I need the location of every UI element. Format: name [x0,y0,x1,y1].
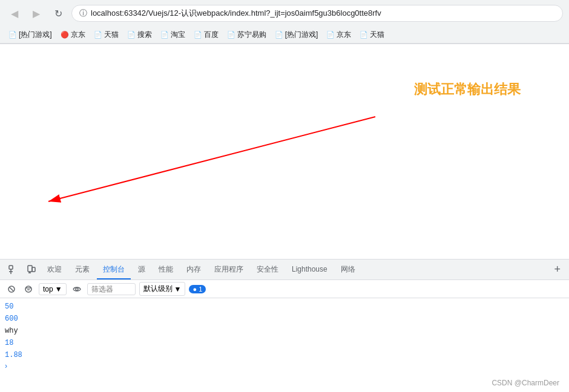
filter-input[interactable] [87,283,136,295]
page-icon: 📄 [8,31,17,39]
context-dropdown[interactable]: top ▼ [39,283,67,295]
bookmark-label: 天猫 [104,30,119,40]
console-line-18[interactable]: 18 [0,337,569,349]
tab-welcome[interactable]: 欢迎 [41,261,68,279]
bookmark-label: 淘宝 [171,30,185,40]
jd-icon: 🔴 [61,31,69,39]
context-value: top [43,285,53,293]
console-output: 50 600 why 18 1.88 › [0,298,569,389]
issue-badge: ● 1 [189,285,206,293]
bookmark-jd-1[interactable]: 🔴 京东 [57,28,89,42]
bookmark-label: [热门游戏] [285,30,318,40]
console-line-50[interactable]: 50 [0,301,569,313]
page-icon: 📄 [94,31,102,39]
tab-lighthouse[interactable]: Lighthouse [286,261,334,278]
page-icon: 📄 [275,31,283,39]
tab-elements[interactable]: 元素 [69,261,96,279]
clear-console-button[interactable] [5,283,18,296]
bookmark-label: 京东 [337,30,351,40]
svg-point-11 [25,286,31,292]
bookmark-label: 天猫 [370,30,384,40]
bookmark-tianmao[interactable]: 📄 天猫 [90,28,122,42]
level-dropdown[interactable]: 默认级别 ▼ [139,282,186,296]
svg-line-0 [48,117,375,201]
bookmark-suning[interactable]: 📄 苏宁易购 [223,28,270,42]
forward-button[interactable]: ▶ [28,5,45,22]
browser-chrome: ◀ ▶ ↻ ⓘ localhost:63342/Vuejs/12-认识webpa… [0,0,569,44]
bookmark-jd-2[interactable]: 📄 京东 [323,28,355,42]
back-button[interactable]: ◀ [6,5,23,22]
bookmark-label: 苏宁易购 [237,30,266,40]
reload-button[interactable]: ↻ [50,5,67,22]
bookmark-hot-games-2[interactable]: 📄 [热门游戏] [271,28,322,42]
console-value: 600 [5,315,18,323]
tab-network[interactable]: 网络 [335,261,361,279]
bookmark-baidu[interactable]: 📄 百度 [190,28,222,42]
annotation-text: 测试正常输出结果 [414,80,521,99]
console-line-600[interactable]: 600 [0,313,569,325]
bookmark-label: [热门游戏] [19,30,52,40]
tab-security[interactable]: 安全性 [251,261,284,279]
device-tool-button[interactable] [23,261,40,278]
page-icon: 📄 [194,31,202,39]
bookmark-label: 搜索 [137,30,152,40]
console-value: why [5,327,18,335]
console-value: 50 [5,302,13,311]
issue-icon: ● [192,286,197,293]
inspect-tool-button[interactable] [5,261,22,278]
url-text: localhost:63342/Vuejs/12-认识webpack/index… [91,8,381,19]
tab-console[interactable]: 控制台 [97,261,131,279]
console-value: 1.88 [5,351,22,359]
console-toolbar: top ▼ 默认级别 ▼ ● 1 [0,280,569,298]
svg-line-10 [10,287,13,291]
address-bar[interactable]: ⓘ localhost:63342/Vuejs/12-认识webpack/ind… [71,5,563,22]
csdn-watermark: CSDN @CharmDeer [492,379,559,387]
nav-bar: ◀ ▶ ↻ ⓘ localhost:63342/Vuejs/12-认识webpa… [0,0,569,27]
prompt-arrow-icon: › [5,362,7,370]
bookmark-label: 百度 [204,30,219,40]
tab-application[interactable]: 应用程序 [208,261,249,279]
devtools-tabs: 欢迎 元素 控制台 源 性能 内存 应用程序 安全性 Lighthouse 网络… [0,260,569,280]
page-icon: 📄 [326,31,335,39]
page-content: 测试正常输出结果 [0,44,569,220]
page-icon: 📄 [160,31,169,39]
svg-rect-2 [9,266,13,269]
level-value: 默认级别 [143,284,173,294]
filter-button[interactable] [22,283,35,296]
console-line-why[interactable]: why [0,325,569,337]
eye-button[interactable] [70,283,84,296]
bookmark-tianmao-2[interactable]: 📄 天猫 [356,28,388,42]
tab-sources[interactable]: 源 [132,261,151,279]
svg-rect-6 [32,267,35,272]
more-tabs-button[interactable]: + [550,262,564,277]
dropdown-arrow-icon: ▼ [55,285,62,293]
console-line-188[interactable]: 1.88 [0,349,569,361]
tab-memory[interactable]: 内存 [180,261,207,279]
bookmark-label: 京东 [71,30,85,40]
tab-performance[interactable]: 性能 [153,261,179,279]
level-dropdown-arrow-icon: ▼ [174,285,182,293]
svg-rect-5 [28,266,32,272]
console-prompt: › [0,361,569,371]
page-icon: 📄 [127,31,136,39]
page-icon: 📄 [227,31,235,39]
devtools-panel: 欢迎 元素 控制台 源 性能 内存 应用程序 安全性 Lighthouse 网络… [0,259,569,392]
page-icon: 📄 [360,31,368,39]
info-icon: ⓘ [79,8,87,19]
arrow-annotation [0,44,569,220]
issue-count: 1 [199,286,202,293]
console-value: 18 [5,339,13,347]
bookmark-taobao[interactable]: 📄 淘宝 [157,28,189,42]
svg-point-14 [76,288,78,290]
bookmark-hot-games-1[interactable]: 📄 [热门游戏] [5,28,56,42]
bookmarks-bar: 📄 [热门游戏] 🔴 京东 📄 天猫 📄 搜索 📄 淘宝 📄 百度 📄 苏宁易购 [0,27,569,44]
bookmark-search[interactable]: 📄 搜索 [123,28,156,42]
